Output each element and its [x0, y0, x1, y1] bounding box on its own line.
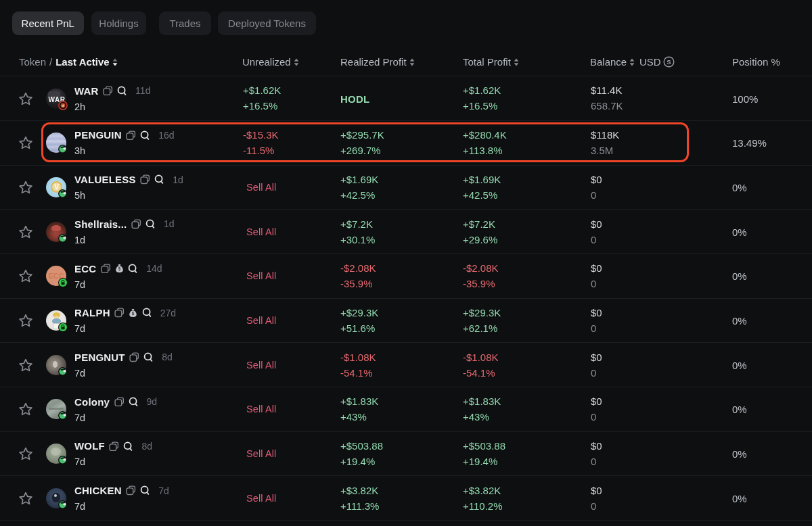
svg-text:S: S — [667, 58, 671, 66]
svg-text:$: $ — [118, 266, 120, 272]
svg-text:$: $ — [132, 311, 135, 316]
